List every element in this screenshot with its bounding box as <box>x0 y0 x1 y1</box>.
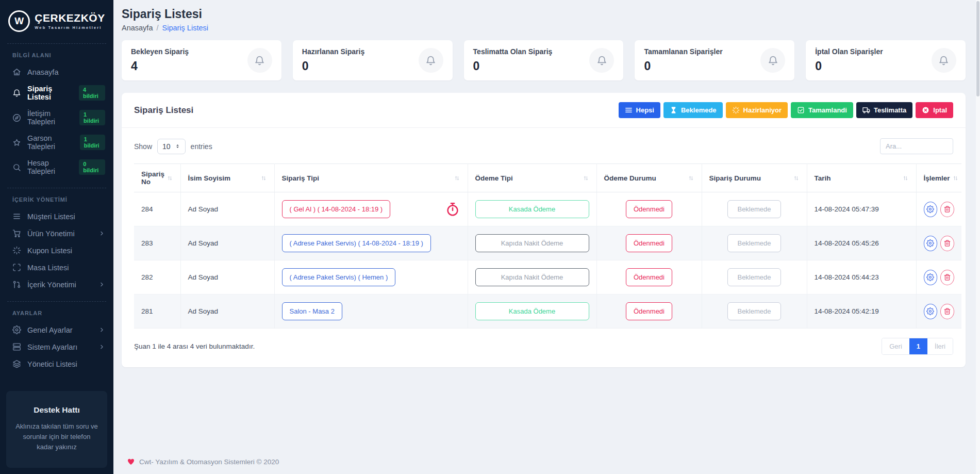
sidebar-item-siparis-listesi[interactable]: Sipariş Listesi4 bildiri <box>0 80 113 105</box>
sidebar-item-icerik-yonetimi[interactable]: İçerik Yönetimi <box>0 276 113 293</box>
support-card: Destek Hattı Aklınıza takılan tüm soru v… <box>6 391 107 468</box>
order-status-pill[interactable]: Beklemede <box>727 268 780 286</box>
sidebar-item-urun-yonetimi[interactable]: Ürün Yönetimi <box>0 225 113 242</box>
sidebar-item-iletisim-talepleri[interactable]: İletişim Talepleri1 bildiri <box>0 105 113 130</box>
order-status-pill[interactable]: Beklemede <box>727 302 780 320</box>
sidebar-item-hesap-talepleri[interactable]: Hesap Talepleri0 bildiri <box>0 155 113 179</box>
sort-icon <box>952 175 959 182</box>
entries-label: entries <box>191 142 212 151</box>
column-header-2[interactable]: İsim Soyisim <box>180 164 274 192</box>
pagination-prev[interactable]: Geri <box>882 338 909 354</box>
loader-icon <box>732 106 740 114</box>
column-header-4[interactable]: Ödeme Tipi <box>468 164 596 192</box>
order-type-pill[interactable]: ( Adrese Paket Servis) ( Hemen ) <box>282 268 396 286</box>
scrollbar-thumb[interactable] <box>976 1 979 96</box>
hourglass-icon <box>670 106 677 114</box>
filter-tamamlandi[interactable]: Tamamlandi <box>791 102 853 118</box>
order-status-pill[interactable]: Beklemede <box>727 200 780 218</box>
bell-icon <box>12 89 21 97</box>
payment-status-cell: Ödenmedi <box>596 295 702 329</box>
stat-value: 0 <box>302 59 364 73</box>
actions-cell <box>916 226 961 260</box>
orders-panel: Sipariş Listesi HepsiBeklemedeHazirlaniy… <box>122 93 966 367</box>
payment-type-pill[interactable]: Kasada Ödeme <box>475 200 589 218</box>
results-info: Şuan 1 ile 4 arası 4 veri bulunmaktadır. <box>134 342 255 350</box>
payment-type-cell: Kapıda Nakit Ödeme <box>468 260 596 295</box>
sidebar-item-yonetici-listesi[interactable]: Yönetici Listesi <box>0 355 113 372</box>
pagination-next[interactable]: İleri <box>927 338 953 354</box>
filter-hepsi[interactable]: Hepsi <box>619 102 660 118</box>
breadcrumb-home[interactable]: Anasayfa <box>122 24 153 32</box>
order-no: 283 <box>134 226 180 260</box>
sidebar-item-sistem-ayarlari[interactable]: Sistem Ayarları <box>0 338 113 355</box>
column-header-7[interactable]: Tarih <box>807 164 916 192</box>
stat-card: İptal Olan Siparişler0 <box>806 40 966 80</box>
filter-iptal[interactable]: Iptal <box>916 102 953 118</box>
page-size-select[interactable]: 10 <box>157 139 186 154</box>
column-header-8[interactable]: İşlemler <box>916 164 961 192</box>
sidebar-item-label: Ürün Yönetimi <box>27 230 75 238</box>
notification-badge: 1 bildiri <box>79 110 105 125</box>
bell-icon <box>938 55 949 66</box>
payment-status-pill[interactable]: Ödenmedi <box>626 302 672 320</box>
order-type-pill[interactable]: ( Gel Al ) ( 14-08-2024 - 18:19 ) <box>282 200 391 218</box>
search-input[interactable] <box>880 138 953 154</box>
sidebar-item-genel-ayarlar[interactable]: Genel Ayarlar <box>0 321 113 338</box>
payment-type-pill[interactable]: Kapıda Nakit Ödeme <box>475 234 589 252</box>
sidebar-item-masa-listesi[interactable]: Masa Listesi <box>0 259 113 276</box>
show-label: Show <box>134 142 152 151</box>
sidebar-section-label: İÇERİK YÖNETİMİ <box>12 197 113 203</box>
column-header-5[interactable]: Ödeme Durumu <box>596 164 702 192</box>
column-header-6[interactable]: Sipariş Durumu <box>702 164 807 192</box>
stat-cards: Bekleyen Sipariş4Hazırlanan Sipariş0Tesl… <box>122 40 966 80</box>
order-status-cell: Beklemede <box>702 226 807 260</box>
sidebar-item-anasayfa[interactable]: Anasayfa <box>0 63 113 80</box>
column-header-1[interactable]: Sipariş No <box>134 164 180 192</box>
delete-order-button[interactable] <box>940 270 954 285</box>
sidebar-item-musteri-listesi[interactable]: Müşteri Listesi <box>0 208 113 225</box>
support-text: Aklınıza takılan tüm soru ve sorunlar iç… <box>14 421 99 452</box>
stat-label: Bekleyen Sipariş <box>131 47 189 56</box>
payment-status-pill[interactable]: Ödenmedi <box>626 234 672 252</box>
sidebar-item-label: Yönetici Listesi <box>27 360 77 368</box>
order-type-pill[interactable]: ( Adrese Paket Servis) ( 14-08-2024 - 18… <box>282 234 431 252</box>
order-no: 284 <box>134 192 180 226</box>
column-header-3[interactable]: Sipariş Tipi <box>274 164 468 192</box>
app-window: W ÇERKEZKÖY Web Tasarım Hizmetleri BİLGİ… <box>0 0 980 474</box>
scrollbar[interactable] <box>976 0 980 474</box>
orders-table: Sipariş Noİsim SoyisimSipariş TipiÖdeme … <box>134 164 961 329</box>
payment-type-pill[interactable]: Kapıda Nakit Ödeme <box>475 268 589 286</box>
sidebar-item-kupon-listesi[interactable]: Kupon Listesi <box>0 242 113 259</box>
payment-type-pill[interactable]: Kasada Ödeme <box>475 302 589 320</box>
order-status-pill[interactable]: Beklemede <box>727 234 780 252</box>
chevron-right-icon <box>98 344 105 350</box>
payment-status-pill[interactable]: Ödenmedi <box>626 200 672 218</box>
delete-order-button[interactable] <box>940 236 954 251</box>
payment-status-pill[interactable]: Ödenmedi <box>626 268 672 286</box>
payment-status-cell: Ödenmedi <box>596 226 702 260</box>
sidebar-section-label: BİLGİ ALANI <box>12 52 113 58</box>
delete-order-button[interactable] <box>940 304 954 319</box>
trash-icon <box>943 307 951 315</box>
column-label: Sipariş No <box>141 170 164 186</box>
edit-order-button[interactable] <box>924 202 938 217</box>
delete-order-button[interactable] <box>940 202 954 217</box>
sidebar-item-label: Masa Listesi <box>27 264 69 272</box>
actions-cell <box>916 260 961 295</box>
edit-order-button[interactable] <box>924 236 938 251</box>
sidebar-item-garson-talepleri[interactable]: Garson Talepleri1 bildiri <box>0 130 113 155</box>
table-controls: Show 10 entries <box>122 128 966 160</box>
filter-beklemede[interactable]: Beklemede <box>663 102 723 118</box>
x-circle-icon <box>922 106 929 114</box>
edit-order-button[interactable] <box>924 270 938 285</box>
filter-hazirlaniyor[interactable]: Hazirlaniyor <box>726 102 788 118</box>
filter-label: Iptal <box>933 106 947 114</box>
breadcrumb-current[interactable]: Sipariş Listesi <box>162 24 208 32</box>
order-type-pill[interactable]: Salon - Masa 2 <box>282 302 342 320</box>
table-row-284: 284Ad Soyad( Gel Al ) ( 14-08-2024 - 18:… <box>134 192 961 226</box>
pagination-page-1[interactable]: 1 <box>909 338 927 354</box>
main-content: Sipariş Listesi Anasayfa / Sipariş Liste… <box>113 0 980 474</box>
filter-teslimatta[interactable]: Teslimatta <box>856 102 912 118</box>
customer-name: Ad Soyad <box>180 260 274 295</box>
edit-order-button[interactable] <box>924 304 938 319</box>
